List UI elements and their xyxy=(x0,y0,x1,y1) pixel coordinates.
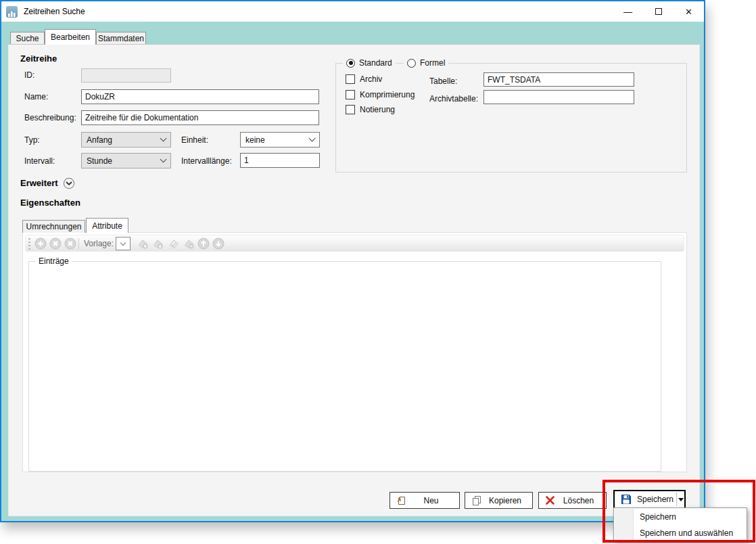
typ-label: Typ: xyxy=(24,135,40,145)
tab-suche[interactable]: Suche xyxy=(10,32,45,45)
erweitert-heading: Erweitert xyxy=(20,178,58,188)
remove-entry-icon[interactable] xyxy=(49,237,62,250)
maximize-button[interactable] xyxy=(643,1,674,22)
intervall-label: Intervall: xyxy=(24,156,55,166)
window-controls: — ✕ xyxy=(613,1,704,22)
beschreibung-label: Beschreibung: xyxy=(24,113,76,122)
remove-all-entries-icon[interactable] xyxy=(64,237,76,250)
menu-item-speichern[interactable]: Speichern xyxy=(634,509,745,525)
vorlage-label: Vorlage: xyxy=(84,239,114,248)
toolbar-grip-icon[interactable] xyxy=(28,238,30,250)
chevron-down-icon xyxy=(120,240,126,246)
einheit-label: Einheit: xyxy=(181,135,208,145)
chevron-down-icon xyxy=(160,135,167,142)
checkbox-icon xyxy=(346,90,355,99)
minimize-icon: — xyxy=(623,7,632,17)
add-entry-icon[interactable] xyxy=(34,237,47,250)
tabelle-label: Tabelle: xyxy=(429,76,457,86)
checkbox-icon xyxy=(346,105,355,114)
title-bar: Zeitreihen Suche — ✕ xyxy=(1,1,704,22)
close-icon: ✕ xyxy=(685,7,692,17)
archivtabelle-field[interactable] xyxy=(483,90,634,104)
kopieren-button[interactable]: Kopieren xyxy=(465,492,533,509)
tab-attribute[interactable]: Attribute xyxy=(86,218,128,233)
intervall-value: Stunde xyxy=(87,156,112,166)
beschreibung-field[interactable] xyxy=(81,110,319,125)
tabelle-field[interactable] xyxy=(483,72,634,87)
checkbox-notierung[interactable]: Notierung xyxy=(346,105,395,114)
kopieren-button-label: Kopieren xyxy=(488,496,523,505)
vorlage-dropdown[interactable] xyxy=(116,237,131,250)
attribute-toolbar: Vorlage: xyxy=(25,235,684,252)
tab-umrechnungen-label: Umrechnungen xyxy=(26,222,81,231)
checkbox-archiv[interactable]: Archiv xyxy=(346,74,382,84)
copy-icon xyxy=(471,495,482,506)
tab-bearbeiten-label: Bearbeiten xyxy=(51,32,90,42)
loeschen-button-label: Löschen xyxy=(561,496,596,505)
speichern-dropdown-arrow[interactable] xyxy=(677,498,684,501)
move-up-icon[interactable] xyxy=(197,237,210,250)
bar-chart-icon xyxy=(7,10,16,18)
app-icon xyxy=(6,6,18,18)
einheit-value: keine xyxy=(245,135,265,145)
checkbox-komprimierung-label: Komprimierung xyxy=(360,90,415,99)
typ-value: Anfang xyxy=(87,135,112,145)
neu-button[interactable]: Neu xyxy=(389,492,460,509)
radio-checked-icon xyxy=(346,59,355,68)
menu-item-speichern-und-auswaehlen[interactable]: Speichern und auswählen xyxy=(634,525,745,541)
toolbar-separator xyxy=(78,238,79,249)
checkbox-notierung-label: Notierung xyxy=(360,105,395,114)
typ-dropdown[interactable]: Anfang xyxy=(81,132,171,148)
radio-standard[interactable]: Standard xyxy=(343,58,396,68)
radio-standard-label: Standard xyxy=(359,58,392,68)
intervalllaenge-field[interactable] xyxy=(240,153,320,168)
screenshot-root: { "window": { "title": "Zeitreihen Suche… xyxy=(0,0,756,544)
delete-x-icon xyxy=(545,495,555,505)
template-edit-icon[interactable] xyxy=(168,237,180,250)
eigenschaften-heading: Eigenschaften xyxy=(20,198,80,208)
template-remove-icon[interactable] xyxy=(183,237,195,250)
chevron-down-icon xyxy=(309,135,316,142)
move-down-icon[interactable] xyxy=(212,237,225,250)
checkbox-archiv-label: Archiv xyxy=(360,74,382,84)
speichern-dropdown-menu: Speichern Speichern und auswählen xyxy=(613,507,747,541)
intervall-dropdown[interactable]: Stunde xyxy=(81,153,171,168)
archivtabelle-label: Archivtabelle: xyxy=(429,94,478,104)
tab-bearbeiten[interactable]: Bearbeiten xyxy=(45,29,96,45)
id-field xyxy=(81,68,171,83)
bearbeiten-tab-page: Zeitreihe ID: Name: Beschreibung: Typ: A… xyxy=(8,44,700,516)
neu-button-label: Neu xyxy=(412,496,450,505)
radio-unchecked-icon xyxy=(407,59,416,68)
menu-icon-gutter xyxy=(615,509,634,540)
radio-formel[interactable]: Formel xyxy=(404,58,448,68)
app-window: Zeitreihen Suche — ✕ Suche Bearbeiten St… xyxy=(0,0,705,522)
checkbox-icon xyxy=(346,74,355,84)
minimize-button[interactable]: — xyxy=(613,1,643,22)
save-floppy-icon xyxy=(621,494,632,505)
intervalllaenge-label: Intervalllänge: xyxy=(181,156,232,166)
name-label: Name: xyxy=(24,92,48,101)
radio-formel-label: Formel xyxy=(420,58,445,68)
checkbox-komprimierung[interactable]: Komprimierung xyxy=(346,90,415,99)
tab-stammdaten-label: Stammdaten xyxy=(98,34,144,43)
new-document-icon xyxy=(396,495,407,506)
tab-attribute-label: Attribute xyxy=(92,221,122,231)
einheit-dropdown[interactable]: keine xyxy=(240,132,320,148)
eintraege-groupbox: Einträge xyxy=(28,261,661,472)
expand-chevron-icon[interactable] xyxy=(63,177,75,189)
close-button[interactable]: ✕ xyxy=(674,1,704,22)
tab-umrechnungen[interactable]: Umrechnungen xyxy=(22,220,85,233)
zeitreihe-heading: Zeitreihe xyxy=(20,53,57,64)
speichern-button[interactable]: Speichern xyxy=(613,490,686,509)
eintraege-heading: Einträge xyxy=(36,256,72,266)
speichern-button-label: Speichern xyxy=(637,495,674,504)
triangle-down-icon xyxy=(678,498,684,501)
loeschen-button[interactable]: Löschen xyxy=(538,492,607,509)
id-label: ID: xyxy=(24,70,34,80)
template-apply-icon[interactable] xyxy=(151,237,164,250)
template-add-icon[interactable] xyxy=(137,237,149,250)
window-title: Zeitreihen Suche xyxy=(24,7,85,16)
tab-suche-label: Suche xyxy=(16,34,39,43)
name-field[interactable] xyxy=(81,89,319,104)
tab-stammdaten[interactable]: Stammdaten xyxy=(96,32,146,45)
